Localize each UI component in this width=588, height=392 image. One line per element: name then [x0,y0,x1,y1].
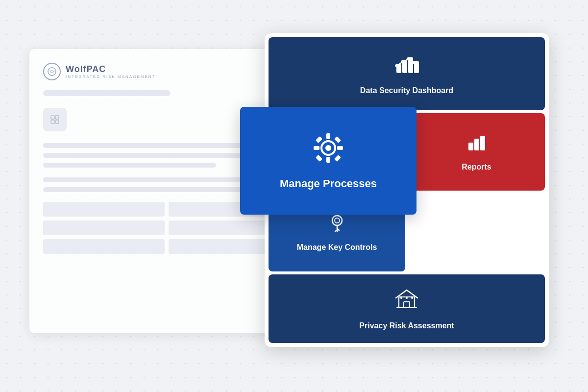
svg-rect-30 [326,157,330,163]
building-icon [394,286,419,315]
bg-table-cell [43,202,165,217]
svg-point-17 [335,218,340,223]
svg-point-10 [402,61,404,63]
svg-rect-35 [316,155,322,162]
svg-rect-33 [316,136,322,143]
svg-point-9 [396,65,398,67]
bg-table-cell [43,239,165,254]
gear-icon [311,130,346,169]
app-subtitle: INTEGRATED RISK MANAGEMENT [66,74,155,79]
bg-line [43,153,253,158]
svg-rect-22 [404,302,410,308]
bg-line [43,163,216,168]
svg-rect-29 [326,133,330,139]
reports-icon [466,131,488,156]
bg-table-row [43,239,290,254]
svg-rect-31 [314,146,319,150]
svg-rect-14 [475,139,479,150]
svg-rect-15 [481,136,485,150]
svg-rect-1 [51,116,54,119]
tile-dashboard-label: Data Security Dashboard [360,86,453,96]
tile-privacy[interactable]: Privacy Risk Assessment [269,274,545,343]
bg-icon-box [43,108,67,131]
bg-line [43,187,253,192]
svg-rect-36 [334,155,341,162]
logo-icon [43,63,61,80]
svg-rect-4 [55,120,59,123]
tile-dashboard[interactable]: Data Security Dashboard [269,37,545,110]
bg-search-placeholder [43,90,171,96]
svg-rect-2 [55,116,59,119]
tile-reports[interactable]: Reports [408,113,545,191]
tile-key-controls-label: Manage Key Controls [297,243,377,253]
tile-privacy-label: Privacy Risk Assessment [359,321,454,331]
svg-point-11 [408,58,410,60]
tile-manage-processes[interactable]: Manage Processes [240,107,416,215]
logo-text: WolfPAC INTEGRATED RISK MANAGEMENT [66,64,155,79]
tile-manage-processes-label: Manage Processes [280,177,377,191]
bg-table-cell [43,220,165,235]
svg-point-12 [414,62,416,64]
svg-rect-13 [469,143,473,150]
bg-table-row [43,220,290,235]
svg-point-16 [332,216,342,225]
svg-rect-34 [334,136,341,143]
svg-rect-32 [337,146,343,150]
key-icon [326,212,348,237]
svg-point-28 [325,145,331,151]
svg-rect-3 [51,120,54,123]
logo-area: WolfPAC INTEGRATED RISK MANAGEMENT [43,63,290,80]
app-name: WolfPAC [66,64,155,74]
bar-chart-icon [394,51,419,80]
svg-point-0 [48,68,56,75]
tile-reports-label: Reports [462,162,491,172]
